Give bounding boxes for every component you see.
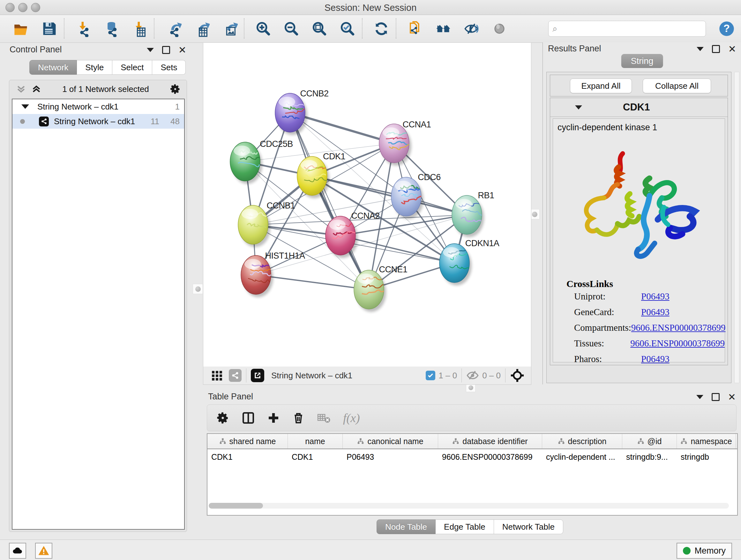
hide-eye-slash-button[interactable] bbox=[462, 19, 481, 38]
memory-button[interactable]: Memory bbox=[677, 543, 732, 559]
node-CDC25B[interactable]: CDC25B bbox=[230, 139, 293, 184]
delete-column-icon[interactable] bbox=[292, 412, 305, 424]
table-settings-gear-icon[interactable] bbox=[216, 411, 229, 425]
results-menu-icon[interactable] bbox=[697, 47, 704, 51]
string-view-icon[interactable] bbox=[229, 369, 242, 382]
selected-checkbox-icon[interactable] bbox=[426, 371, 435, 380]
table-menu-icon[interactable] bbox=[696, 395, 703, 399]
column-header-shared-name[interactable]: shared name bbox=[207, 434, 288, 449]
network-collection-row[interactable]: String Network – cdk1 1 bbox=[12, 99, 184, 114]
zoom-fit-button[interactable] bbox=[310, 19, 329, 38]
expand-all-icon[interactable] bbox=[31, 84, 42, 95]
node-CCNE1[interactable]: CCNE1 bbox=[354, 265, 408, 312]
houses-button[interactable] bbox=[434, 19, 453, 38]
cell-shared-name[interactable]: CDK1 bbox=[207, 449, 288, 466]
table-close-icon[interactable]: ✕ bbox=[728, 394, 736, 400]
column-header-canonical-name[interactable]: canonical name bbox=[343, 434, 438, 449]
export-table-button[interactable] bbox=[192, 19, 211, 38]
tab-sets[interactable]: Sets bbox=[152, 60, 186, 75]
node-CCNB1[interactable]: CCNB1 bbox=[238, 201, 295, 247]
cloud-button[interactable] bbox=[9, 543, 26, 559]
cell-description[interactable]: cyclin-dependent ... bbox=[542, 449, 622, 466]
column-header-namespace[interactable]: namespace bbox=[677, 434, 736, 449]
document-network-button[interactable] bbox=[406, 19, 424, 38]
birds-eye-icon[interactable] bbox=[510, 368, 525, 383]
save-floppy-button[interactable] bbox=[40, 19, 59, 38]
tab-network[interactable]: Network bbox=[29, 60, 77, 75]
crosslink-link[interactable]: P06493 bbox=[641, 307, 670, 317]
import-network-icon bbox=[75, 20, 91, 37]
collapse-all-icon[interactable] bbox=[16, 84, 26, 95]
crosslink-link[interactable]: P06493 bbox=[641, 354, 670, 364]
node-CDKN1A[interactable]: CDKN1A bbox=[440, 239, 499, 286]
vertical-splitter-handle-left[interactable] bbox=[193, 284, 203, 294]
export-image-button[interactable] bbox=[220, 19, 239, 38]
add-column-icon[interactable] bbox=[267, 412, 280, 424]
eye-disabled-button[interactable] bbox=[490, 19, 509, 38]
cell-namespace[interactable]: stringdb bbox=[677, 449, 736, 466]
zoom-selected-button[interactable] bbox=[338, 19, 357, 38]
open-view-icon[interactable] bbox=[251, 369, 264, 382]
gear-icon[interactable] bbox=[170, 83, 181, 95]
collection-expander-icon[interactable] bbox=[21, 105, 29, 109]
edge-RB1-HIST1H1A[interactable] bbox=[256, 215, 467, 275]
cell-canonical-name[interactable]: P06493 bbox=[343, 449, 438, 466]
panel-float-icon[interactable] bbox=[162, 46, 170, 54]
refresh-button[interactable] bbox=[372, 19, 391, 38]
tab-select[interactable]: Select bbox=[112, 60, 152, 75]
show-columns-icon[interactable] bbox=[242, 411, 255, 425]
cell--id[interactable]: stringdb:9... bbox=[622, 449, 677, 466]
import-database-button[interactable] bbox=[102, 19, 121, 38]
search-box[interactable]: ⌕ bbox=[548, 21, 706, 37]
open-folder-button[interactable] bbox=[12, 19, 30, 38]
column-header-database-identifier[interactable]: database identifier bbox=[438, 434, 542, 449]
zoom-out-button[interactable] bbox=[282, 19, 300, 38]
node-CDC6[interactable]: CDC6 bbox=[391, 172, 441, 219]
search-input[interactable] bbox=[557, 24, 705, 34]
help-button[interactable]: ? bbox=[718, 19, 736, 38]
export-network-button[interactable] bbox=[164, 19, 183, 38]
table-hscroll-thumb[interactable] bbox=[209, 503, 263, 509]
panel-menu-icon[interactable] bbox=[147, 48, 154, 52]
gene-header-row[interactable]: CDK1 bbox=[550, 98, 728, 117]
cell-database-identifier[interactable]: 9606.ENSP00000378699 bbox=[438, 449, 542, 466]
tab-edge-table[interactable]: Edge Table bbox=[435, 519, 494, 534]
grid-view-icon[interactable] bbox=[211, 369, 223, 381]
node-CCNA2[interactable]: CCNA2 bbox=[326, 211, 380, 258]
table-hscrollbar[interactable] bbox=[209, 503, 729, 509]
control-panel-title: Control Panel bbox=[10, 45, 62, 55]
expand-all-button[interactable]: Expand All bbox=[570, 78, 632, 93]
edge-CCNB2-CCNE1[interactable] bbox=[290, 113, 369, 290]
node-HIST1H1A[interactable]: HIST1H1A bbox=[241, 251, 305, 297]
tab-network-table[interactable]: Network Table bbox=[494, 519, 563, 534]
panel-close-icon[interactable]: ✕ bbox=[179, 47, 186, 53]
node-RB1[interactable]: RB1 bbox=[452, 191, 494, 237]
table-row[interactable]: CDK1CDK1P064939606.ENSP00000378699cyclin… bbox=[207, 449, 737, 466]
crosslink-link[interactable]: 9606.ENSP00000378699 bbox=[630, 338, 725, 349]
cell-name[interactable]: CDK1 bbox=[288, 449, 343, 466]
node-CCNA1[interactable]: CCNA1 bbox=[379, 120, 431, 166]
column-header--id[interactable]: @id bbox=[622, 434, 677, 449]
zoom-in-button[interactable] bbox=[254, 19, 273, 38]
edge-CDK1-RB1[interactable] bbox=[312, 176, 467, 215]
collapse-all-button[interactable]: Collapse All bbox=[643, 78, 711, 93]
crosslink-row: GeneCard: P06493 bbox=[574, 307, 725, 317]
network-row[interactable]: String Network – cdk1 11 48 bbox=[12, 114, 184, 129]
column-header-description[interactable]: description bbox=[542, 434, 622, 449]
network-canvas[interactable]: CCNB2 CCNA1 CDC25B CDK1 CDC6 bbox=[203, 43, 531, 367]
crosslink-link[interactable]: 9606.ENSP00000378699 bbox=[631, 322, 726, 333]
tab-style[interactable]: Style bbox=[77, 60, 112, 75]
table-float-icon[interactable] bbox=[712, 393, 720, 401]
node-CCNB2[interactable]: CCNB2 bbox=[275, 89, 329, 135]
results-scrollbar[interactable] bbox=[734, 72, 739, 383]
results-float-icon[interactable] bbox=[712, 45, 720, 53]
import-table-button[interactable] bbox=[130, 19, 149, 38]
results-close-icon[interactable]: ✕ bbox=[728, 46, 736, 52]
column-header-name[interactable]: name bbox=[288, 434, 343, 449]
tab-node-table[interactable]: Node Table bbox=[377, 519, 435, 534]
gene-expander-icon[interactable] bbox=[575, 105, 582, 110]
results-tab-string[interactable]: String bbox=[621, 54, 663, 68]
warning-button[interactable] bbox=[35, 543, 52, 559]
crosslink-link[interactable]: P06493 bbox=[641, 291, 670, 302]
import-network-button[interactable] bbox=[74, 19, 92, 38]
